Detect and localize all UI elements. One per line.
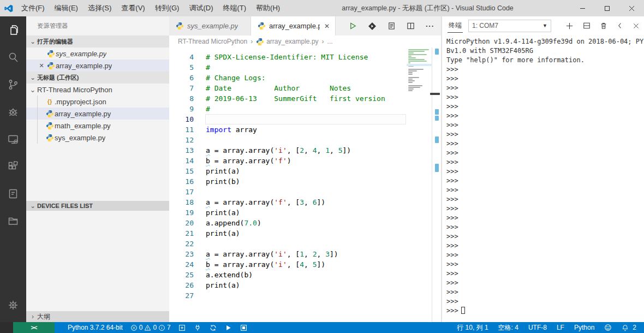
split-editor-icon[interactable] <box>407 22 415 30</box>
open-editor-item[interactable]: ✕array_example.py <box>26 60 169 72</box>
python-file-icon <box>46 62 56 70</box>
code-line <box>201 290 407 301</box>
terminal-prompt-line: >>> <box>446 213 644 223</box>
run-icon[interactable] <box>349 22 357 30</box>
menu-终端(T)[interactable]: 终端(T) <box>218 0 251 16</box>
minimize-icon[interactable] <box>570 0 595 16</box>
explorer-sidebar: 资源管理器 ⌄ 打开的编辑器 ✕sys_example.py✕array_exa… <box>26 16 169 322</box>
code-line: # 2019-06-13 SummerGift first version <box>201 93 407 104</box>
language-mode[interactable]: Python <box>571 322 598 333</box>
code-line: print(a) <box>201 228 407 239</box>
tree-file-item[interactable]: sys_example.py <box>26 132 169 144</box>
vscode-window: 文件(F)编辑(E)选择(S)查看(V)转到(G)调试(D)终端(T)帮助(H)… <box>0 0 644 333</box>
breadcrumb-item[interactable]: array_example.py <box>256 38 318 46</box>
statusbar-dark-segment <box>0 322 13 333</box>
terminal-select[interactable]: 1: COM7 ▼ <box>468 20 551 32</box>
more-actions-icon[interactable]: ··· <box>426 22 434 30</box>
debug-icon[interactable] <box>0 98 26 126</box>
menu-转到(G)[interactable]: 转到(G) <box>150 0 184 16</box>
feedback-smiley-icon[interactable] <box>601 322 615 333</box>
build-icon[interactable] <box>368 22 377 31</box>
tree-file-item[interactable]: array_example.py <box>26 108 169 120</box>
breadcrumb-item[interactable]: RT-Thread MicroPython <box>178 38 247 45</box>
chevron-down-icon: ⌄ <box>28 203 37 210</box>
breadcrumb-item[interactable]: ... <box>327 38 333 45</box>
line-number: 10 <box>169 114 201 124</box>
menu-帮助(H)[interactable]: 帮助(H) <box>251 0 285 16</box>
terminal-output[interactable]: MicroPython v1.9.4-114-g309fe39d on 2018… <box>442 35 644 322</box>
open-editors-header[interactable]: ⌄ 打开的编辑器 <box>26 35 169 47</box>
tree-file-item[interactable]: {}.mpyproject.json <box>26 96 169 108</box>
minimap[interactable] <box>407 47 432 322</box>
close-icon[interactable]: ✕ <box>37 62 46 69</box>
line-number: 4 <box>169 52 201 62</box>
remote-indicator[interactable]: >< <box>13 322 55 333</box>
open-editor-item[interactable]: ✕sys_example.py <box>26 47 169 60</box>
outline-header[interactable]: › 大纲 <box>26 311 169 322</box>
indent-guide <box>37 96 45 108</box>
sync-icon[interactable] <box>206 322 220 333</box>
extensions-icon[interactable] <box>0 153 26 180</box>
add-box-icon[interactable] <box>175 322 189 333</box>
cursor-position[interactable]: 行 10, 列 1 <box>454 322 491 333</box>
editor-tab-array_example.py[interactable]: array_example.py✕ <box>251 16 336 35</box>
plug-icon[interactable] <box>191 322 204 333</box>
search-icon[interactable] <box>0 44 26 71</box>
menu-编辑(E)[interactable]: 编辑(E) <box>50 0 83 16</box>
indentation[interactable]: 空格: 4 <box>495 322 522 333</box>
notifications-bell-icon[interactable]: 2 <box>618 322 640 333</box>
chevron-left-icon[interactable] <box>617 22 623 29</box>
explorer-icon[interactable] <box>0 16 26 44</box>
stop-icon[interactable] <box>237 322 251 333</box>
menu-文件(F)[interactable]: 文件(F) <box>16 0 50 16</box>
code-line <box>201 239 407 249</box>
plus-icon[interactable] <box>565 22 574 30</box>
terminal-prompt-line: >>> <box>446 251 644 260</box>
source-control-icon[interactable] <box>0 71 26 98</box>
editor-tab-sys_example.py[interactable]: sys_example.py <box>169 16 251 35</box>
document-icon[interactable] <box>387 22 396 30</box>
code-line: print(b) <box>201 176 407 187</box>
report-icon[interactable] <box>0 180 26 207</box>
folder-icon[interactable] <box>0 207 26 235</box>
ruler-decoration <box>435 109 439 115</box>
run-icon[interactable] <box>222 322 235 333</box>
trash-icon[interactable] <box>600 22 607 29</box>
code-content[interactable]: # SPDX-License-Identifier: MIT License##… <box>201 47 407 322</box>
file-name: array_example.py <box>56 62 112 70</box>
problems-indicator[interactable]: 007 <box>128 324 173 331</box>
maximize-icon[interactable] <box>595 0 619 16</box>
overview-ruler[interactable] <box>432 47 441 322</box>
terminal-prompt-line: >>> <box>446 139 644 148</box>
menu-查看(V)[interactable]: 查看(V) <box>116 0 150 16</box>
menu-调试(D)[interactable]: 调试(D) <box>184 0 218 16</box>
minimap-line <box>408 62 410 63</box>
line-number: 17 <box>169 187 201 197</box>
gear-icon[interactable] <box>0 292 26 319</box>
breadcrumb[interactable]: RT-Thread MicroPython›array_example.py›.… <box>169 35 441 47</box>
encoding[interactable]: UTF-8 <box>525 322 550 333</box>
line-number: 25 <box>169 270 201 280</box>
device-icon[interactable] <box>0 126 26 153</box>
close-icon[interactable] <box>619 0 644 16</box>
close-icon[interactable] <box>633 22 640 29</box>
tree-file-item[interactable]: math_example.py <box>26 120 169 132</box>
python-file-icon <box>45 110 55 118</box>
close-icon[interactable]: ✕ <box>324 22 330 30</box>
terminal-prompt-line: >>> <box>446 74 644 84</box>
workspace-header[interactable]: ⌄ 无标题 (工作区) <box>26 72 169 84</box>
menu-选择(S)[interactable]: 选择(S) <box>83 0 116 16</box>
tree-folder-rtthread[interactable]: ⌄ RT-Thread MicroPython <box>26 84 169 96</box>
info-icon <box>158 324 165 331</box>
terminal-tab[interactable]: 终端 <box>448 19 463 33</box>
terminal-prompt-line: >>> <box>446 260 644 269</box>
title-bar: 文件(F)编辑(E)选择(S)查看(V)转到(G)调试(D)终端(T)帮助(H)… <box>0 0 644 16</box>
ruler-decoration <box>435 164 439 172</box>
eol-sequence[interactable]: LF <box>553 322 568 333</box>
python-version[interactable]: Python 3.7.2 64-bit <box>64 322 126 333</box>
breadcrumb-label: ... <box>327 38 333 45</box>
code-editor[interactable]: 4567891011121314151617181920212223242526… <box>169 47 441 322</box>
split-terminal-icon[interactable] <box>583 22 591 29</box>
code-line: # <box>201 62 407 73</box>
device-files-header[interactable]: ⌄ DEVICE FILES LIST <box>26 201 169 211</box>
